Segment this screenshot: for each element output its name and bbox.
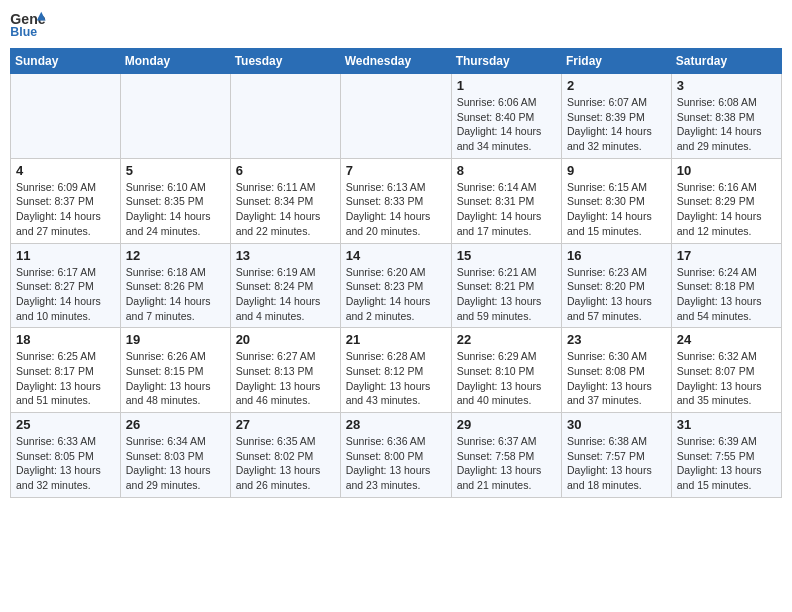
calendar-cell: 13Sunrise: 6:19 AM Sunset: 8:24 PM Dayli… — [230, 243, 340, 328]
day-info: Sunrise: 6:16 AM Sunset: 8:29 PM Dayligh… — [677, 180, 776, 239]
day-number: 24 — [677, 332, 776, 347]
day-number: 28 — [346, 417, 446, 432]
calendar-cell: 20Sunrise: 6:27 AM Sunset: 8:13 PM Dayli… — [230, 328, 340, 413]
logo: General Blue — [10, 10, 46, 40]
day-info: Sunrise: 6:23 AM Sunset: 8:20 PM Dayligh… — [567, 265, 666, 324]
day-info: Sunrise: 6:38 AM Sunset: 7:57 PM Dayligh… — [567, 434, 666, 493]
day-info: Sunrise: 6:09 AM Sunset: 8:37 PM Dayligh… — [16, 180, 115, 239]
day-number: 17 — [677, 248, 776, 263]
day-number: 25 — [16, 417, 115, 432]
day-info: Sunrise: 6:21 AM Sunset: 8:21 PM Dayligh… — [457, 265, 556, 324]
calendar-cell: 18Sunrise: 6:25 AM Sunset: 8:17 PM Dayli… — [11, 328, 121, 413]
day-info: Sunrise: 6:15 AM Sunset: 8:30 PM Dayligh… — [567, 180, 666, 239]
calendar-cell: 23Sunrise: 6:30 AM Sunset: 8:08 PM Dayli… — [562, 328, 672, 413]
day-number: 10 — [677, 163, 776, 178]
day-info: Sunrise: 6:39 AM Sunset: 7:55 PM Dayligh… — [677, 434, 776, 493]
day-number: 2 — [567, 78, 666, 93]
day-info: Sunrise: 6:34 AM Sunset: 8:03 PM Dayligh… — [126, 434, 225, 493]
weekday-header-tuesday: Tuesday — [230, 49, 340, 74]
day-info: Sunrise: 6:25 AM Sunset: 8:17 PM Dayligh… — [16, 349, 115, 408]
calendar-week-row: 1Sunrise: 6:06 AM Sunset: 8:40 PM Daylig… — [11, 74, 782, 159]
calendar-cell: 15Sunrise: 6:21 AM Sunset: 8:21 PM Dayli… — [451, 243, 561, 328]
calendar-cell: 30Sunrise: 6:38 AM Sunset: 7:57 PM Dayli… — [562, 413, 672, 498]
day-number: 23 — [567, 332, 666, 347]
calendar-cell: 6Sunrise: 6:11 AM Sunset: 8:34 PM Daylig… — [230, 158, 340, 243]
calendar-cell: 29Sunrise: 6:37 AM Sunset: 7:58 PM Dayli… — [451, 413, 561, 498]
day-info: Sunrise: 6:17 AM Sunset: 8:27 PM Dayligh… — [16, 265, 115, 324]
day-info: Sunrise: 6:29 AM Sunset: 8:10 PM Dayligh… — [457, 349, 556, 408]
day-number: 27 — [236, 417, 335, 432]
day-info: Sunrise: 6:19 AM Sunset: 8:24 PM Dayligh… — [236, 265, 335, 324]
weekday-header-monday: Monday — [120, 49, 230, 74]
calendar-cell: 3Sunrise: 6:08 AM Sunset: 8:38 PM Daylig… — [671, 74, 781, 159]
calendar-cell: 27Sunrise: 6:35 AM Sunset: 8:02 PM Dayli… — [230, 413, 340, 498]
calendar-table: SundayMondayTuesdayWednesdayThursdayFrid… — [10, 48, 782, 498]
day-info: Sunrise: 6:27 AM Sunset: 8:13 PM Dayligh… — [236, 349, 335, 408]
day-info: Sunrise: 6:18 AM Sunset: 8:26 PM Dayligh… — [126, 265, 225, 324]
day-info: Sunrise: 6:14 AM Sunset: 8:31 PM Dayligh… — [457, 180, 556, 239]
day-number: 18 — [16, 332, 115, 347]
day-info: Sunrise: 6:37 AM Sunset: 7:58 PM Dayligh… — [457, 434, 556, 493]
calendar-cell: 4Sunrise: 6:09 AM Sunset: 8:37 PM Daylig… — [11, 158, 121, 243]
calendar-cell: 19Sunrise: 6:26 AM Sunset: 8:15 PM Dayli… — [120, 328, 230, 413]
calendar-cell: 11Sunrise: 6:17 AM Sunset: 8:27 PM Dayli… — [11, 243, 121, 328]
calendar-cell: 10Sunrise: 6:16 AM Sunset: 8:29 PM Dayli… — [671, 158, 781, 243]
day-number: 30 — [567, 417, 666, 432]
day-info: Sunrise: 6:24 AM Sunset: 8:18 PM Dayligh… — [677, 265, 776, 324]
weekday-header-friday: Friday — [562, 49, 672, 74]
calendar-cell: 5Sunrise: 6:10 AM Sunset: 8:35 PM Daylig… — [120, 158, 230, 243]
day-number: 15 — [457, 248, 556, 263]
day-info: Sunrise: 6:06 AM Sunset: 8:40 PM Dayligh… — [457, 95, 556, 154]
calendar-cell: 7Sunrise: 6:13 AM Sunset: 8:33 PM Daylig… — [340, 158, 451, 243]
calendar-week-row: 25Sunrise: 6:33 AM Sunset: 8:05 PM Dayli… — [11, 413, 782, 498]
calendar-cell: 2Sunrise: 6:07 AM Sunset: 8:39 PM Daylig… — [562, 74, 672, 159]
day-number: 21 — [346, 332, 446, 347]
calendar-cell — [340, 74, 451, 159]
weekday-header-saturday: Saturday — [671, 49, 781, 74]
day-number: 12 — [126, 248, 225, 263]
day-info: Sunrise: 6:26 AM Sunset: 8:15 PM Dayligh… — [126, 349, 225, 408]
day-number: 4 — [16, 163, 115, 178]
day-info: Sunrise: 6:32 AM Sunset: 8:07 PM Dayligh… — [677, 349, 776, 408]
weekday-header-thursday: Thursday — [451, 49, 561, 74]
calendar-header-row: SundayMondayTuesdayWednesdayThursdayFrid… — [11, 49, 782, 74]
calendar-cell — [120, 74, 230, 159]
day-number: 6 — [236, 163, 335, 178]
calendar-cell: 21Sunrise: 6:28 AM Sunset: 8:12 PM Dayli… — [340, 328, 451, 413]
day-number: 5 — [126, 163, 225, 178]
day-number: 13 — [236, 248, 335, 263]
calendar-cell: 31Sunrise: 6:39 AM Sunset: 7:55 PM Dayli… — [671, 413, 781, 498]
calendar-cell: 26Sunrise: 6:34 AM Sunset: 8:03 PM Dayli… — [120, 413, 230, 498]
calendar-cell — [11, 74, 121, 159]
day-number: 11 — [16, 248, 115, 263]
calendar-cell: 28Sunrise: 6:36 AM Sunset: 8:00 PM Dayli… — [340, 413, 451, 498]
day-info: Sunrise: 6:28 AM Sunset: 8:12 PM Dayligh… — [346, 349, 446, 408]
day-number: 22 — [457, 332, 556, 347]
day-info: Sunrise: 6:35 AM Sunset: 8:02 PM Dayligh… — [236, 434, 335, 493]
calendar-cell: 24Sunrise: 6:32 AM Sunset: 8:07 PM Dayli… — [671, 328, 781, 413]
day-info: Sunrise: 6:20 AM Sunset: 8:23 PM Dayligh… — [346, 265, 446, 324]
day-number: 7 — [346, 163, 446, 178]
calendar-week-row: 4Sunrise: 6:09 AM Sunset: 8:37 PM Daylig… — [11, 158, 782, 243]
calendar-cell — [230, 74, 340, 159]
calendar-cell: 9Sunrise: 6:15 AM Sunset: 8:30 PM Daylig… — [562, 158, 672, 243]
day-number: 14 — [346, 248, 446, 263]
weekday-header-sunday: Sunday — [11, 49, 121, 74]
day-number: 20 — [236, 332, 335, 347]
day-number: 1 — [457, 78, 556, 93]
day-number: 16 — [567, 248, 666, 263]
day-info: Sunrise: 6:33 AM Sunset: 8:05 PM Dayligh… — [16, 434, 115, 493]
calendar-cell: 14Sunrise: 6:20 AM Sunset: 8:23 PM Dayli… — [340, 243, 451, 328]
calendar-cell: 25Sunrise: 6:33 AM Sunset: 8:05 PM Dayli… — [11, 413, 121, 498]
calendar-cell: 17Sunrise: 6:24 AM Sunset: 8:18 PM Dayli… — [671, 243, 781, 328]
day-number: 8 — [457, 163, 556, 178]
day-info: Sunrise: 6:30 AM Sunset: 8:08 PM Dayligh… — [567, 349, 666, 408]
day-number: 3 — [677, 78, 776, 93]
day-info: Sunrise: 6:11 AM Sunset: 8:34 PM Dayligh… — [236, 180, 335, 239]
day-number: 31 — [677, 417, 776, 432]
day-number: 9 — [567, 163, 666, 178]
calendar-cell: 8Sunrise: 6:14 AM Sunset: 8:31 PM Daylig… — [451, 158, 561, 243]
day-info: Sunrise: 6:36 AM Sunset: 8:00 PM Dayligh… — [346, 434, 446, 493]
weekday-header-wednesday: Wednesday — [340, 49, 451, 74]
day-number: 19 — [126, 332, 225, 347]
